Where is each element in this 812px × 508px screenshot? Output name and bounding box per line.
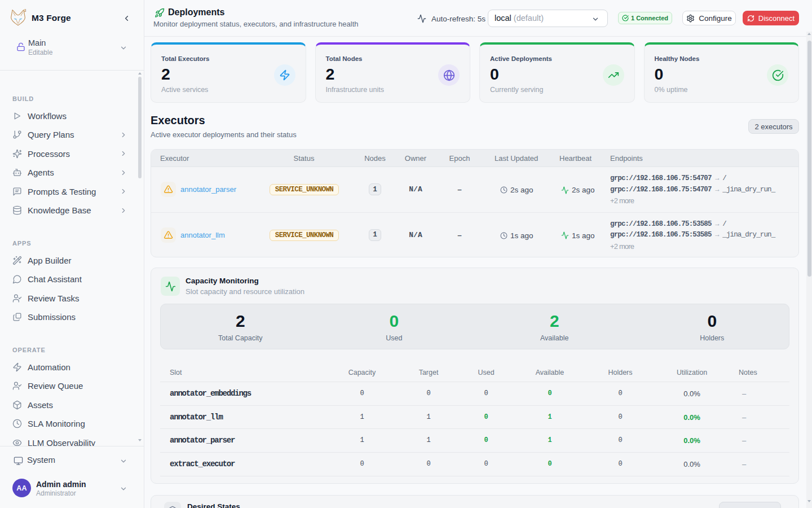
svg-text:3: 3 bbox=[24, 8, 27, 12]
